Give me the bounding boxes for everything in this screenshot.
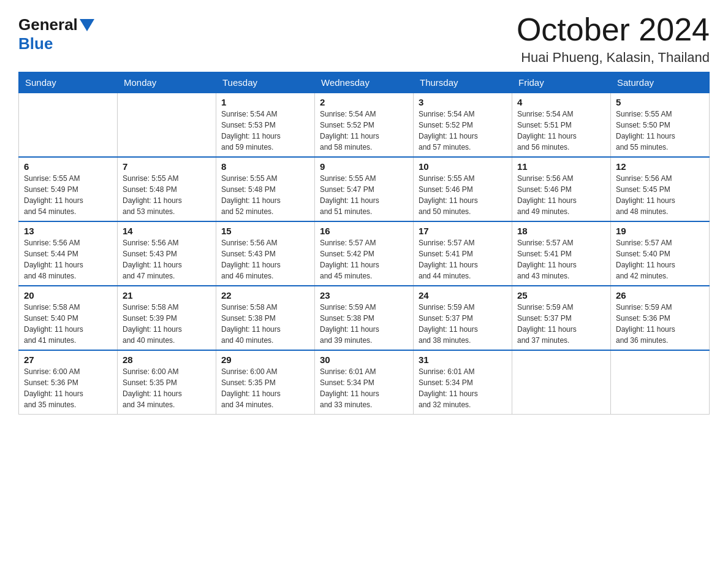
day-info: Sunrise: 6:01 AMSunset: 5:34 PMDaylight:…	[419, 366, 507, 410]
calendar-week-row: 20Sunrise: 5:58 AMSunset: 5:40 PMDayligh…	[19, 286, 710, 350]
day-number: 24	[419, 290, 507, 301]
day-number: 16	[320, 226, 408, 236]
column-header-saturday: Saturday	[611, 72, 710, 93]
calendar-day-cell: 27Sunrise: 6:00 AMSunset: 5:36 PMDayligh…	[19, 350, 118, 415]
day-info: Sunrise: 5:54 AMSunset: 5:51 PMDaylight:…	[517, 109, 605, 153]
column-header-sunday: Sunday	[19, 72, 118, 93]
logo-triangle-icon	[80, 19, 94, 31]
calendar-day-cell: 28Sunrise: 6:00 AMSunset: 5:35 PMDayligh…	[118, 350, 216, 415]
day-info: Sunrise: 5:57 AMSunset: 5:42 PMDaylight:…	[320, 237, 408, 282]
day-info: Sunrise: 5:56 AMSunset: 5:44 PMDaylight:…	[24, 237, 112, 282]
day-info: Sunrise: 5:54 AMSunset: 5:52 PMDaylight:…	[320, 109, 408, 153]
day-number: 8	[221, 161, 309, 172]
day-info: Sunrise: 6:00 AMSunset: 5:36 PMDaylight:…	[24, 366, 112, 410]
day-info: Sunrise: 5:55 AMSunset: 5:50 PMDaylight:…	[616, 109, 704, 153]
column-header-wednesday: Wednesday	[315, 72, 414, 93]
calendar-day-cell: 1Sunrise: 5:54 AMSunset: 5:53 PMDaylight…	[216, 93, 315, 158]
day-info: Sunrise: 5:55 AMSunset: 5:48 PMDaylight:…	[123, 173, 211, 217]
empty-cell	[611, 350, 710, 415]
calendar-day-cell: 11Sunrise: 5:56 AMSunset: 5:46 PMDayligh…	[512, 157, 611, 221]
calendar-day-cell: 24Sunrise: 5:59 AMSunset: 5:37 PMDayligh…	[414, 286, 512, 350]
calendar-day-cell: 31Sunrise: 6:01 AMSunset: 5:34 PMDayligh…	[414, 350, 512, 415]
day-number: 1	[221, 97, 309, 107]
calendar-week-row: 6Sunrise: 5:55 AMSunset: 5:49 PMDaylight…	[19, 157, 710, 221]
day-info: Sunrise: 5:54 AMSunset: 5:52 PMDaylight:…	[419, 109, 507, 153]
page-header: General Blue October 2024 Huai Phueng, K…	[18, 12, 710, 66]
calendar-day-cell: 23Sunrise: 5:59 AMSunset: 5:38 PMDayligh…	[315, 286, 414, 350]
calendar-day-cell: 3Sunrise: 5:54 AMSunset: 5:52 PMDaylight…	[414, 93, 512, 158]
calendar-week-row: 13Sunrise: 5:56 AMSunset: 5:44 PMDayligh…	[19, 221, 710, 286]
month-title: October 2024	[517, 12, 710, 47]
day-number: 28	[123, 354, 211, 365]
calendar-day-cell: 25Sunrise: 5:59 AMSunset: 5:37 PMDayligh…	[512, 286, 611, 350]
calendar-day-cell: 9Sunrise: 5:55 AMSunset: 5:47 PMDaylight…	[315, 157, 414, 221]
day-number: 2	[320, 97, 408, 107]
day-number: 26	[616, 290, 704, 301]
day-number: 27	[24, 354, 112, 365]
day-number: 9	[320, 161, 408, 172]
day-number: 22	[221, 290, 309, 301]
day-info: Sunrise: 5:59 AMSunset: 5:37 PMDaylight:…	[517, 302, 605, 346]
day-number: 14	[123, 226, 211, 236]
day-number: 29	[221, 354, 309, 365]
day-number: 21	[123, 290, 211, 301]
calendar-day-cell: 13Sunrise: 5:56 AMSunset: 5:44 PMDayligh…	[19, 221, 118, 286]
day-number: 20	[24, 290, 112, 301]
calendar-header-row: SundayMondayTuesdayWednesdayThursdayFrid…	[19, 72, 710, 93]
empty-cell	[19, 93, 118, 158]
day-info: Sunrise: 5:59 AMSunset: 5:38 PMDaylight:…	[320, 302, 408, 346]
empty-cell	[118, 93, 216, 158]
day-number: 3	[419, 97, 507, 107]
day-info: Sunrise: 5:55 AMSunset: 5:49 PMDaylight:…	[24, 173, 112, 217]
calendar-table: SundayMondayTuesdayWednesdayThursdayFrid…	[18, 72, 710, 415]
calendar-week-row: 1Sunrise: 5:54 AMSunset: 5:53 PMDaylight…	[19, 93, 710, 158]
day-number: 23	[320, 290, 408, 301]
calendar-day-cell: 5Sunrise: 5:55 AMSunset: 5:50 PMDaylight…	[611, 93, 710, 158]
day-info: Sunrise: 5:54 AMSunset: 5:53 PMDaylight:…	[221, 109, 309, 153]
day-info: Sunrise: 5:57 AMSunset: 5:41 PMDaylight:…	[419, 237, 507, 282]
day-info: Sunrise: 5:56 AMSunset: 5:43 PMDaylight:…	[221, 237, 309, 282]
day-number: 25	[517, 290, 605, 301]
calendar-day-cell: 12Sunrise: 5:56 AMSunset: 5:45 PMDayligh…	[611, 157, 710, 221]
calendar-day-cell: 10Sunrise: 5:55 AMSunset: 5:46 PMDayligh…	[414, 157, 512, 221]
day-info: Sunrise: 5:55 AMSunset: 5:47 PMDaylight:…	[320, 173, 408, 217]
day-info: Sunrise: 6:00 AMSunset: 5:35 PMDaylight:…	[221, 366, 309, 410]
day-number: 15	[221, 226, 309, 236]
calendar-day-cell: 6Sunrise: 5:55 AMSunset: 5:49 PMDaylight…	[19, 157, 118, 221]
title-block: October 2024 Huai Phueng, Kalasin, Thail…	[517, 12, 710, 66]
logo: General Blue	[18, 12, 96, 53]
calendar-day-cell: 20Sunrise: 5:58 AMSunset: 5:40 PMDayligh…	[19, 286, 118, 350]
column-header-tuesday: Tuesday	[216, 72, 315, 93]
calendar-day-cell: 7Sunrise: 5:55 AMSunset: 5:48 PMDaylight…	[118, 157, 216, 221]
calendar-day-cell: 22Sunrise: 5:58 AMSunset: 5:38 PMDayligh…	[216, 286, 315, 350]
day-info: Sunrise: 5:59 AMSunset: 5:36 PMDaylight:…	[616, 302, 704, 346]
day-number: 7	[123, 161, 211, 172]
day-number: 18	[517, 226, 605, 236]
empty-cell	[512, 350, 611, 415]
calendar-day-cell: 18Sunrise: 5:57 AMSunset: 5:41 PMDayligh…	[512, 221, 611, 286]
day-info: Sunrise: 5:58 AMSunset: 5:38 PMDaylight:…	[221, 302, 309, 346]
calendar-day-cell: 8Sunrise: 5:55 AMSunset: 5:48 PMDaylight…	[216, 157, 315, 221]
calendar-day-cell: 17Sunrise: 5:57 AMSunset: 5:41 PMDayligh…	[414, 221, 512, 286]
day-info: Sunrise: 5:58 AMSunset: 5:40 PMDaylight:…	[24, 302, 112, 346]
calendar-day-cell: 29Sunrise: 6:00 AMSunset: 5:35 PMDayligh…	[216, 350, 315, 415]
day-info: Sunrise: 5:59 AMSunset: 5:37 PMDaylight:…	[419, 302, 507, 346]
column-header-monday: Monday	[118, 72, 216, 93]
logo-general-text: General	[18, 15, 78, 34]
day-info: Sunrise: 5:57 AMSunset: 5:40 PMDaylight:…	[616, 237, 704, 282]
day-number: 13	[24, 226, 112, 236]
day-number: 6	[24, 161, 112, 172]
logo-blue-text: Blue	[18, 34, 53, 53]
calendar-day-cell: 14Sunrise: 5:56 AMSunset: 5:43 PMDayligh…	[118, 221, 216, 286]
day-number: 19	[616, 226, 704, 236]
column-header-friday: Friday	[512, 72, 611, 93]
day-info: Sunrise: 5:58 AMSunset: 5:39 PMDaylight:…	[123, 302, 211, 346]
day-info: Sunrise: 6:00 AMSunset: 5:35 PMDaylight:…	[123, 366, 211, 410]
day-info: Sunrise: 6:01 AMSunset: 5:34 PMDaylight:…	[320, 366, 408, 410]
day-info: Sunrise: 5:56 AMSunset: 5:46 PMDaylight:…	[517, 173, 605, 217]
calendar-day-cell: 30Sunrise: 6:01 AMSunset: 5:34 PMDayligh…	[315, 350, 414, 415]
calendar-day-cell: 16Sunrise: 5:57 AMSunset: 5:42 PMDayligh…	[315, 221, 414, 286]
day-number: 4	[517, 97, 605, 107]
day-number: 12	[616, 161, 704, 172]
calendar-day-cell: 4Sunrise: 5:54 AMSunset: 5:51 PMDaylight…	[512, 93, 611, 158]
